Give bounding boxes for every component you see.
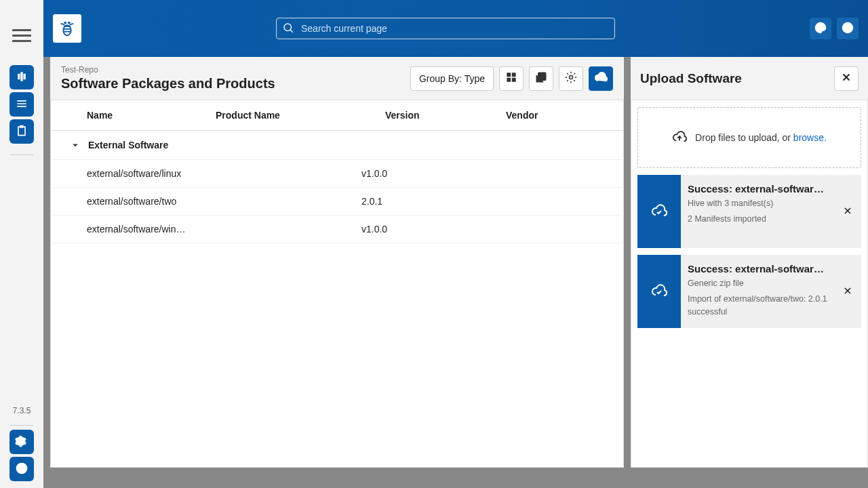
list-icon <box>15 97 28 113</box>
rail-item-list[interactable] <box>9 92 34 117</box>
upload-card-subtitle-2: Import of external/software/two: 2.0.1 s… <box>688 293 827 319</box>
upload-panel: Upload Software Drop files to upload, or <box>631 57 868 468</box>
cell-vendor <box>482 196 605 207</box>
svg-point-4 <box>64 22 66 23</box>
svg-point-6 <box>284 24 292 31</box>
upload-card-icon-area <box>637 175 681 248</box>
group-label: External Software <box>88 140 168 150</box>
upload-panel-header: Upload Software <box>631 57 868 100</box>
cell-name: external/software/two <box>87 196 192 207</box>
help-icon <box>15 462 28 477</box>
rail-divider-bottom <box>10 425 33 426</box>
close-upload-button[interactable] <box>834 66 859 91</box>
upload-button[interactable] <box>589 66 613 91</box>
menu-toggle-button[interactable] <box>12 26 31 45</box>
group-by-label: Group By: Type <box>419 73 485 84</box>
chevron-down-icon <box>69 139 81 151</box>
cell-name: external/software/linux <box>87 168 192 179</box>
search-input[interactable] <box>300 22 609 35</box>
theme-button[interactable] <box>810 18 831 39</box>
settings-button[interactable] <box>559 66 583 91</box>
rail-item-workspaces[interactable] <box>9 65 34 89</box>
upload-result-card: Success: external-software-… Generic zip… <box>637 255 861 328</box>
column-header-version[interactable]: Version <box>385 110 506 121</box>
upload-dropzone[interactable]: Drop files to upload, or browse. <box>637 107 861 168</box>
account-icon <box>841 21 854 37</box>
dismiss-upload-card-button[interactable] <box>834 255 861 328</box>
cell-product <box>192 224 361 235</box>
grid-icon <box>505 70 518 86</box>
cube-icon <box>15 70 28 85</box>
dismiss-upload-card-button[interactable] <box>834 175 861 248</box>
table-row[interactable]: external/software/two 2.0.1 <box>50 188 624 216</box>
sidebar-rail: 7.3.5 <box>0 0 43 488</box>
cloud-upload-icon <box>672 129 687 146</box>
view-grid-button[interactable] <box>499 66 524 91</box>
rail-top-group <box>9 65 34 144</box>
main-panel: Test-Repo Software Packages and Products… <box>50 57 624 468</box>
upload-card-subtitle-2: 2 Manifests imported <box>688 213 827 226</box>
column-header-name[interactable]: Name <box>87 110 216 121</box>
upload-card-title: Success: external-software-… <box>688 183 827 195</box>
svg-point-12 <box>846 24 850 28</box>
software-table: Name Product Name Version Vendor Externa… <box>50 100 624 468</box>
rail-item-tasks[interactable] <box>9 119 34 144</box>
account-button[interactable] <box>837 18 859 39</box>
main-column: Test-Repo Software Packages and Products… <box>43 0 868 488</box>
upload-card-subtitle-1: Generic zip file <box>688 277 827 290</box>
cell-vendor <box>482 224 605 235</box>
app-logo[interactable] <box>53 14 81 43</box>
view-stacked-button[interactable] <box>529 66 553 91</box>
dropzone-text: Drop files to upload, or browse. <box>695 132 827 143</box>
table-row[interactable]: external/software/linux v1.0.0 <box>50 160 624 188</box>
svg-point-14 <box>570 76 573 79</box>
upload-card-icon-area <box>637 255 681 328</box>
cell-version: v1.0.0 <box>361 224 482 235</box>
upload-panel-title: Upload Software <box>640 71 829 86</box>
upload-result-card: Success: external-software-… Hive with 3… <box>637 175 861 248</box>
cell-name: external/software/win… <box>87 224 192 235</box>
close-icon <box>842 285 853 298</box>
upload-panel-body: Drop files to upload, or browse. Success… <box>631 100 868 335</box>
svg-point-7 <box>817 26 818 28</box>
bee-logo-icon <box>57 18 77 40</box>
close-icon <box>840 71 852 85</box>
cell-vendor <box>482 168 605 179</box>
column-header-vendor[interactable]: Vendor <box>506 110 605 121</box>
rail-item-help[interactable] <box>9 457 34 481</box>
cell-product <box>192 168 361 179</box>
version-label: 7.3.5 <box>13 406 31 415</box>
cell-version: v1.0.0 <box>361 168 482 179</box>
search-container <box>88 18 803 39</box>
column-header-product[interactable]: Product Name <box>216 110 385 121</box>
svg-point-5 <box>68 22 70 23</box>
gear-icon <box>15 434 28 450</box>
cloud-upload-icon <box>594 70 608 86</box>
cell-version: 2.0.1 <box>361 196 482 207</box>
main-panel-header: Test-Repo Software Packages and Products… <box>50 57 624 100</box>
dropzone-prefix: Drop files to upload, or <box>695 132 793 143</box>
upload-card-title: Success: external-software-… <box>688 263 827 274</box>
group-row-external-software[interactable]: External Software <box>50 131 624 160</box>
table-header-row: Name Product Name Version Vendor <box>50 100 624 131</box>
browse-link[interactable]: browse. <box>793 132 827 143</box>
svg-point-2 <box>21 470 22 471</box>
rail-item-settings[interactable] <box>9 430 34 454</box>
clipboard-icon <box>15 124 28 140</box>
svg-point-10 <box>823 26 824 28</box>
search-field[interactable] <box>276 18 615 39</box>
cell-product <box>192 196 361 207</box>
group-by-button[interactable]: Group By: Type <box>410 66 494 91</box>
upload-card-subtitle-1: Hive with 3 manifest(s) <box>688 197 827 210</box>
header-actions <box>810 18 859 39</box>
layers-icon <box>534 70 548 86</box>
rail-divider <box>10 155 33 155</box>
page-title: Software Packages and Products <box>61 76 405 92</box>
table-row[interactable]: external/software/win… v1.0.0 <box>50 216 624 243</box>
close-icon <box>842 205 853 218</box>
top-header <box>43 0 868 57</box>
cloud-done-icon <box>651 203 667 221</box>
gear-icon <box>564 70 578 86</box>
palette-icon <box>814 21 827 37</box>
rail-bottom-group <box>9 430 34 481</box>
